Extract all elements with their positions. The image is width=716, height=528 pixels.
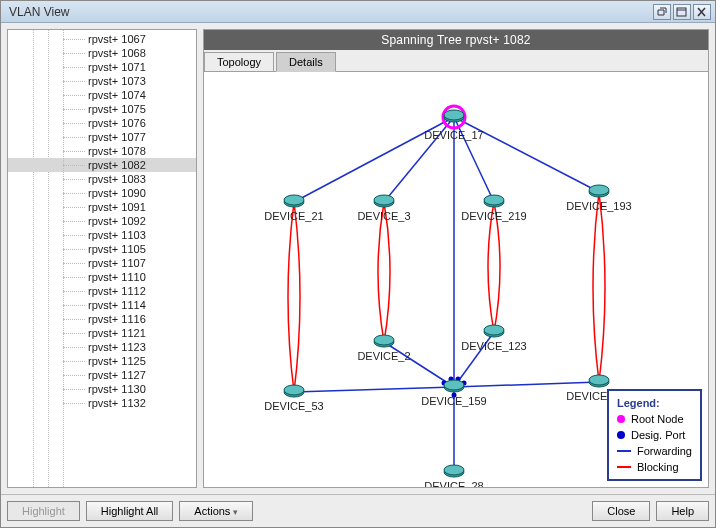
tree-item[interactable]: rpvst+ 1077 <box>8 130 196 144</box>
svg-point-27 <box>589 185 609 195</box>
device-node[interactable] <box>444 110 464 122</box>
device-node[interactable] <box>484 325 504 337</box>
svg-point-25 <box>484 195 504 205</box>
tree-item[interactable]: rpvst+ 1082 <box>8 158 196 172</box>
tree-item[interactable]: rpvst+ 1132 <box>8 396 196 410</box>
tree-item[interactable]: rpvst+ 1105 <box>8 242 196 256</box>
content-area: rpvst+ 1067rpvst+ 1068rpvst+ 1071rpvst+ … <box>1 23 715 494</box>
svg-line-9 <box>294 387 454 392</box>
svg-point-21 <box>284 195 304 205</box>
svg-rect-0 <box>677 8 686 16</box>
tree-item[interactable]: rpvst+ 1107 <box>8 256 196 270</box>
legend-forwarding: Forwarding <box>617 443 692 459</box>
actions-button[interactable]: Actions <box>179 501 253 521</box>
tree-item[interactable]: rpvst+ 1074 <box>8 88 196 102</box>
device-node[interactable] <box>444 465 464 477</box>
legend-title: Legend: <box>617 395 692 411</box>
legend-blocking: Blocking <box>617 459 692 475</box>
tree-item[interactable]: rpvst+ 1110 <box>8 270 196 284</box>
legend-root: Root Node <box>617 411 692 427</box>
device-label: DEVICE_3 <box>357 210 410 222</box>
tree-item[interactable]: rpvst+ 1127 <box>8 368 196 382</box>
legend: Legend: Root Node Desig. Port Forwarding <box>607 389 702 481</box>
tree-item[interactable]: rpvst+ 1103 <box>8 228 196 242</box>
highlight-button[interactable]: Highlight <box>7 501 80 521</box>
spanning-tree-title: Spanning Tree rpvst+ 1082 <box>204 30 708 50</box>
footer: Highlight Highlight All Actions Close He… <box>1 494 715 527</box>
tree-item[interactable]: rpvst+ 1116 <box>8 312 196 326</box>
device-node[interactable] <box>374 195 394 207</box>
device-label: DEVICE_21 <box>264 210 323 222</box>
svg-line-10 <box>454 382 599 387</box>
highlight-all-button[interactable]: Highlight All <box>86 501 173 521</box>
svg-point-19 <box>444 110 464 120</box>
tree-item[interactable]: rpvst+ 1078 <box>8 144 196 158</box>
tree-item[interactable]: rpvst+ 1090 <box>8 186 196 200</box>
tree-item[interactable]: rpvst+ 1067 <box>8 32 196 46</box>
titlebar: VLAN View <box>1 1 715 23</box>
tab-details[interactable]: Details <box>276 52 336 72</box>
close-icon[interactable] <box>693 4 711 20</box>
tree-item[interactable]: rpvst+ 1068 <box>8 46 196 60</box>
svg-point-29 <box>374 335 394 345</box>
device-node[interactable] <box>444 380 464 392</box>
device-node[interactable] <box>284 195 304 207</box>
window-title: VLAN View <box>5 5 651 19</box>
tree-item[interactable]: rpvst+ 1125 <box>8 354 196 368</box>
tree-item[interactable]: rpvst+ 1075 <box>8 102 196 116</box>
svg-point-35 <box>444 380 464 390</box>
maximize-icon[interactable] <box>673 4 691 20</box>
svg-point-33 <box>284 385 304 395</box>
legend-desig: Desig. Port <box>617 427 692 443</box>
svg-point-39 <box>444 465 464 475</box>
vlan-view-window: VLAN View rpvst+ 1067rpvst+ 1068rpvst+ 1… <box>0 0 716 528</box>
tree-item[interactable]: rpvst+ 1073 <box>8 74 196 88</box>
tree-item[interactable]: rpvst+ 1076 <box>8 116 196 130</box>
help-button[interactable]: Help <box>656 501 709 521</box>
tree-item[interactable]: rpvst+ 1071 <box>8 60 196 74</box>
tree-item[interactable]: rpvst+ 1123 <box>8 340 196 354</box>
device-label: DEVICE_53 <box>264 400 323 412</box>
device-label: DEVICE_123 <box>461 340 526 352</box>
svg-line-7 <box>384 342 454 387</box>
tab-topology[interactable]: Topology <box>204 52 274 71</box>
tree-item[interactable]: rpvst+ 1083 <box>8 172 196 186</box>
device-node[interactable] <box>374 335 394 347</box>
tree-item[interactable]: rpvst+ 1114 <box>8 298 196 312</box>
tree-item[interactable]: rpvst+ 1121 <box>8 326 196 340</box>
topology-canvas[interactable]: DEVICE_17DEVICE_21DEVICE_3DEVICE_219DEVI… <box>204 72 708 487</box>
tree-item[interactable]: rpvst+ 1130 <box>8 382 196 396</box>
device-label: DEVICE_193 <box>566 200 631 212</box>
restore-icon[interactable] <box>653 4 671 20</box>
tabbar: Topology Details <box>204 50 708 72</box>
device-label: DEVICE_17 <box>424 129 483 141</box>
device-label: DEVICE_28 <box>424 480 483 487</box>
device-node[interactable] <box>589 375 609 387</box>
device-node[interactable] <box>484 195 504 207</box>
close-button[interactable]: Close <box>592 501 650 521</box>
tree-item[interactable]: rpvst+ 1112 <box>8 284 196 298</box>
vlan-tree[interactable]: rpvst+ 1067rpvst+ 1068rpvst+ 1071rpvst+ … <box>7 29 197 488</box>
device-label: DEVICE_159 <box>421 395 486 407</box>
device-node[interactable] <box>589 185 609 197</box>
device-label: DEVICE_219 <box>461 210 526 222</box>
svg-point-31 <box>484 325 504 335</box>
svg-point-37 <box>589 375 609 385</box>
device-node[interactable] <box>284 385 304 397</box>
svg-point-23 <box>374 195 394 205</box>
main-panel: Spanning Tree rpvst+ 1082 Topology Detai… <box>203 29 709 488</box>
device-label: DEVICE_2 <box>357 350 410 362</box>
tree-item[interactable]: rpvst+ 1092 <box>8 214 196 228</box>
tree-item[interactable]: rpvst+ 1091 <box>8 200 196 214</box>
